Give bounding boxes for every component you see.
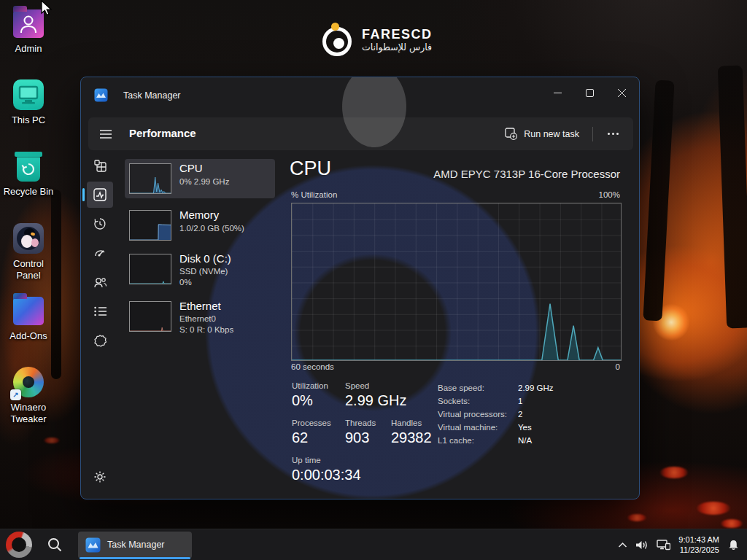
nav-performance[interactable] xyxy=(87,182,113,208)
nav-rail xyxy=(87,152,116,357)
desktop-icon-label: This PC xyxy=(1,114,56,126)
clock-time: 9:01:43 AM xyxy=(678,534,719,545)
taskbar-clock[interactable]: 9:01:43 AM 11/23/2025 xyxy=(678,534,719,555)
stat-threads: Threads903 xyxy=(345,419,376,446)
cpu-heading: CPU xyxy=(290,158,331,180)
start-button[interactable] xyxy=(6,532,32,558)
taskbar-task-label: Task Manager xyxy=(107,540,165,550)
processes-icon xyxy=(94,160,107,172)
stat-uptime: Up time0:00:03:34 xyxy=(292,456,361,483)
disk-mini-chart xyxy=(130,254,171,284)
farescd-logo: FARESCD فارس للإسطوانات xyxy=(322,23,433,58)
card-sub: Ethernet0 xyxy=(179,314,216,324)
more-options-button[interactable] xyxy=(597,122,629,146)
desktop-icon-recycle-bin[interactable]: Recycle Bin xyxy=(1,149,56,198)
card-title: Disk 0 (C:) xyxy=(179,252,231,265)
farescd-mark-icon xyxy=(322,23,355,58)
nav-services[interactable] xyxy=(87,327,113,354)
nav-details[interactable] xyxy=(87,298,113,324)
memory-mini-chart xyxy=(130,211,171,240)
card-sub: 0% xyxy=(179,277,192,288)
close-button[interactable] xyxy=(605,79,638,106)
command-bar: Performance Run new task xyxy=(88,117,633,150)
nav-processes[interactable] xyxy=(87,152,113,179)
card-sub: 1.0/2.0 GB (50%) xyxy=(179,223,244,234)
cpu-mini-chart xyxy=(130,164,171,193)
stat-handles: Handles29382 xyxy=(391,419,432,446)
taskbar: Task Manager 9:01:43 AM 11/23/2025 xyxy=(0,529,747,560)
run-new-task-button[interactable]: Run new task xyxy=(496,122,588,146)
cpu-details: Base speed:2.99 GHz Sockets:1 Virtual pr… xyxy=(438,381,554,447)
settings-gear-icon xyxy=(93,470,107,483)
run-new-task-icon xyxy=(505,128,517,140)
task-manager-window: Task Manager Performance xyxy=(80,77,640,499)
mouse-cursor xyxy=(40,0,56,18)
x-right-label: 0 xyxy=(616,362,620,371)
window-title: Task Manager xyxy=(123,90,181,101)
perf-card-cpu[interactable]: CPU 0% 2.99 GHz xyxy=(125,159,275,198)
card-title: Ethernet xyxy=(179,300,221,312)
search-icon xyxy=(47,537,63,553)
card-sub: 0% 2.99 GHz xyxy=(179,176,229,187)
notification-bell-icon[interactable] xyxy=(727,539,740,551)
tree-silhouette xyxy=(51,190,61,379)
nav-app-history[interactable] xyxy=(87,211,113,237)
desktop-icon-label: Winaero Tweaker xyxy=(1,402,56,425)
volume-icon[interactable] xyxy=(635,540,649,551)
system-tray: 9:01:43 AM 11/23/2025 xyxy=(618,534,747,555)
add-ons-folder-icon xyxy=(13,297,44,325)
card-title: CPU xyxy=(179,162,203,174)
ethernet-mini-chart xyxy=(130,302,171,331)
menu-icon[interactable] xyxy=(94,122,117,146)
desktop-icon-label: Admin xyxy=(1,43,56,55)
stat-processes: Processes62 xyxy=(292,419,331,446)
performance-icon xyxy=(93,188,107,201)
maximize-button[interactable] xyxy=(573,79,605,106)
history-icon xyxy=(93,217,107,230)
task-manager-taskbar-icon xyxy=(85,537,101,553)
hidden-icons-chevron[interactable] xyxy=(618,542,627,548)
card-sub: S: 0 R: 0 Kbps xyxy=(179,324,233,335)
y-axis-label: % Utilization xyxy=(291,190,337,199)
users-icon xyxy=(93,276,107,289)
perf-card-disk[interactable]: Disk 0 (C:) SSD (NVMe) 0% xyxy=(125,249,275,290)
stat-speed: Speed2.99 GHz xyxy=(345,381,406,409)
titlebar: Task Manager xyxy=(81,77,639,114)
farescd-subtitle: فارس للإسطوانات xyxy=(362,42,433,53)
details-list-icon xyxy=(94,306,107,316)
x-left-label: 60 seconds xyxy=(291,362,334,371)
card-title: Memory xyxy=(179,209,219,221)
task-manager-app-icon xyxy=(94,88,108,102)
desktop-icon-label: Add-Ons xyxy=(1,330,56,342)
processor-name: AMD EPYC 7313P 16-Core Processor xyxy=(433,168,620,180)
desktop-icon-winaero-tweaker[interactable]: ↗ Winaero Tweaker xyxy=(1,365,56,425)
speedometer-icon xyxy=(93,246,107,260)
perf-card-memory[interactable]: Memory 1.0/2.0 GB (50%) xyxy=(125,206,275,242)
tree-silhouette xyxy=(643,80,674,322)
services-gear-icon xyxy=(93,334,107,347)
monitor-icon xyxy=(12,78,45,112)
network-icon[interactable] xyxy=(657,539,670,551)
desktop-icon-this-pc[interactable]: This PC xyxy=(1,78,56,126)
card-sub: SSD (NVMe) xyxy=(179,266,228,277)
tree-silhouette xyxy=(718,66,747,329)
perf-card-ethernet[interactable]: Ethernet Ethernet0 S: 0 R: 0 Kbps xyxy=(125,297,275,338)
shortcut-arrow-badge: ↗ xyxy=(10,389,21,400)
nav-settings[interactable] xyxy=(87,464,113,490)
farescd-title: FARESCD xyxy=(362,28,433,42)
cpu-utilization-chart xyxy=(291,203,622,361)
minimize-button[interactable] xyxy=(541,79,573,106)
page-title: Performance xyxy=(129,127,196,139)
taskbar-task-manager-button[interactable]: Task Manager xyxy=(78,532,192,559)
desktop-icon-label: Recycle Bin xyxy=(1,186,56,198)
clock-date: 11/23/2025 xyxy=(678,545,719,555)
y-max-label: 100% xyxy=(599,190,620,199)
nav-users[interactable] xyxy=(87,269,113,295)
recycle-arrows-icon xyxy=(12,149,45,183)
desktop-icon-add-ons[interactable]: Add-Ons xyxy=(1,294,56,342)
search-button[interactable] xyxy=(47,537,63,553)
desktop-icon-label: Control Panel xyxy=(1,258,56,281)
stat-utilization: Utilization0% xyxy=(292,381,328,409)
nav-startup-apps[interactable] xyxy=(87,240,113,266)
desktop-icon-control-panel[interactable]: Control Panel xyxy=(1,222,56,281)
